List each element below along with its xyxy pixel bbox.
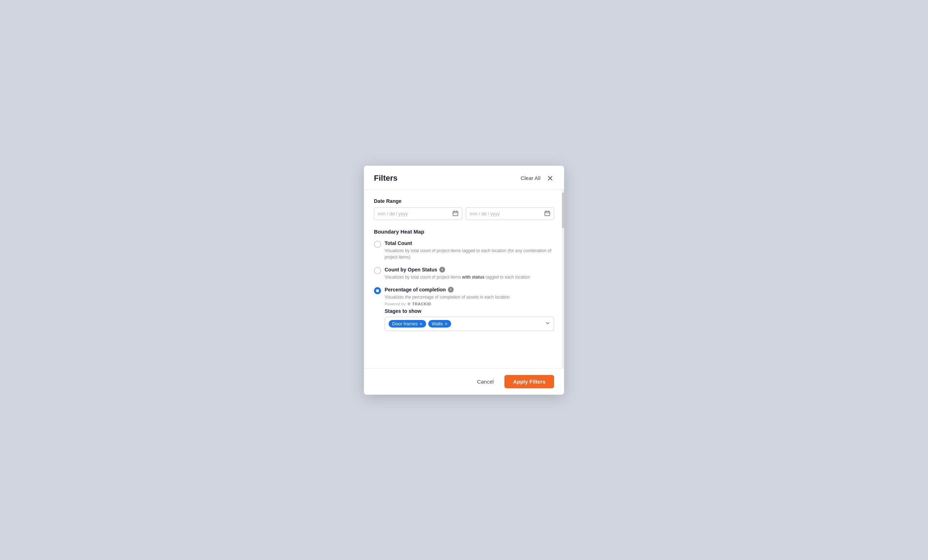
calendar-end-icon (545, 210, 550, 217)
boundary-heatmap-label: Boundary Heat Map (374, 228, 554, 234)
radio-open-status[interactable] (374, 267, 381, 274)
radio-option-total-count[interactable]: Total Count Visualizes by total count of… (374, 240, 554, 260)
tag-door-frames: Door frames × (389, 320, 426, 327)
date-end-input[interactable]: mm / dd / yyyy (466, 207, 554, 220)
radio-percentage-title: Percentage of completion i (385, 287, 554, 292)
boundary-heatmap-section: Boundary Heat Map Total Count Visualizes… (374, 228, 554, 331)
tag-walls: Walls × (428, 320, 451, 327)
tag-door-frames-label: Door frames (392, 321, 418, 326)
radio-total-count-content: Total Count Visualizes by total count of… (385, 240, 554, 260)
svg-rect-1 (545, 212, 550, 216)
radio-open-status-content: Count by Open Status i Visualizes by tot… (385, 267, 554, 280)
clear-all-button[interactable]: Clear All (520, 175, 540, 181)
trackid-logo: TRACKID (407, 302, 431, 306)
filters-modal: Filters Clear All Date Range mm / dd / y… (364, 166, 564, 395)
modal-body: Date Range mm / dd / yyyy mm / dd / yyyy (364, 190, 564, 368)
radio-percentage-desc: Visualizes the percentage of completion … (385, 294, 554, 300)
powered-by: Powered by TRACKID (385, 302, 554, 306)
radio-total-count-desc: Visualizes by total count of project ite… (385, 248, 554, 260)
radio-total-count-title: Total Count (385, 240, 554, 246)
modal-header: Filters Clear All (364, 166, 564, 190)
tag-door-frames-close[interactable]: × (420, 321, 423, 326)
open-status-info-icon[interactable]: i (440, 267, 445, 272)
header-right: Clear All (520, 174, 554, 182)
tag-walls-label: Walls (432, 321, 443, 326)
stages-chevron-icon[interactable] (545, 321, 550, 327)
date-start-input[interactable]: mm / dd / yyyy (374, 207, 462, 220)
radio-option-percentage[interactable]: Percentage of completion i Visualizes th… (374, 287, 554, 331)
radio-total-count[interactable] (374, 241, 381, 248)
apply-filters-button[interactable]: Apply Filters (504, 375, 554, 388)
tag-walls-close[interactable]: × (445, 321, 447, 326)
radio-open-status-desc: Visualizes by total count of project ite… (385, 274, 554, 280)
modal-footer: Cancel Apply Filters (364, 368, 564, 395)
svg-rect-0 (453, 212, 458, 216)
close-button[interactable] (546, 174, 554, 182)
modal-title: Filters (374, 173, 397, 183)
radio-percentage-content: Percentage of completion i Visualizes th… (385, 287, 554, 331)
modal-body-container: Date Range mm / dd / yyyy mm / dd / yyyy (364, 190, 564, 368)
scrollbar-thumb[interactable] (562, 193, 564, 228)
radio-option-open-status[interactable]: Count by Open Status i Visualizes by tot… (374, 267, 554, 280)
radio-percentage[interactable] (374, 287, 381, 294)
scrollbar-track (562, 190, 564, 368)
calendar-start-icon (453, 210, 458, 217)
stages-label: Stages to show (385, 308, 554, 314)
stages-input[interactable]: Door frames × Walls × (385, 317, 554, 331)
date-range-label: Date Range (374, 198, 554, 204)
cancel-button[interactable]: Cancel (471, 376, 499, 388)
date-start-placeholder: mm / dd / yyyy (378, 211, 450, 216)
percentage-info-icon[interactable]: i (448, 287, 453, 292)
radio-open-status-title: Count by Open Status i (385, 267, 554, 272)
date-range-row: mm / dd / yyyy mm / dd / yyyy (374, 207, 554, 220)
stages-section: Stages to show Door frames × Walls × (385, 308, 554, 331)
date-end-placeholder: mm / dd / yyyy (470, 211, 542, 216)
